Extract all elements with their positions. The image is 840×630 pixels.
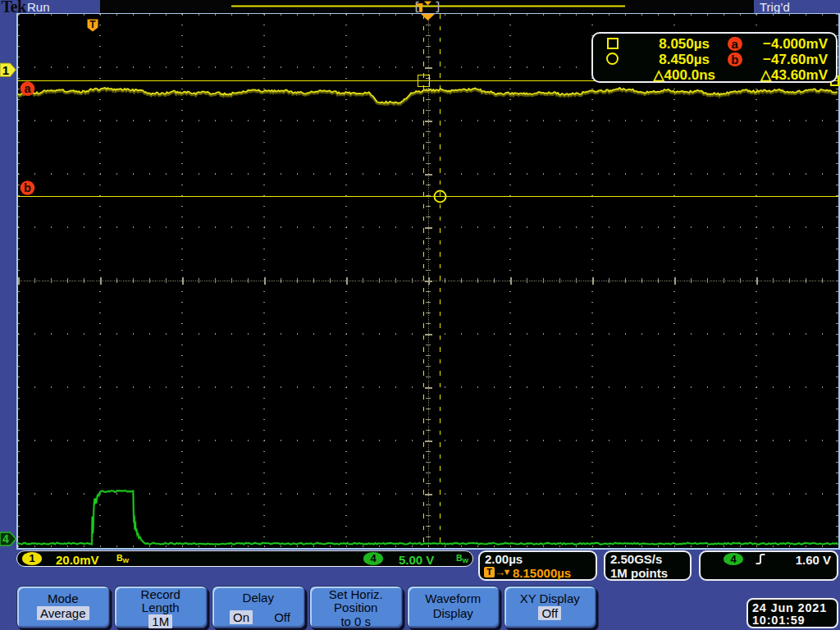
svg-text:T: T (89, 19, 96, 30)
svg-text:4: 4 (2, 532, 9, 546)
svg-text:a: a (24, 82, 31, 95)
svg-text:1: 1 (2, 63, 9, 77)
svg-text:b: b (24, 181, 31, 194)
